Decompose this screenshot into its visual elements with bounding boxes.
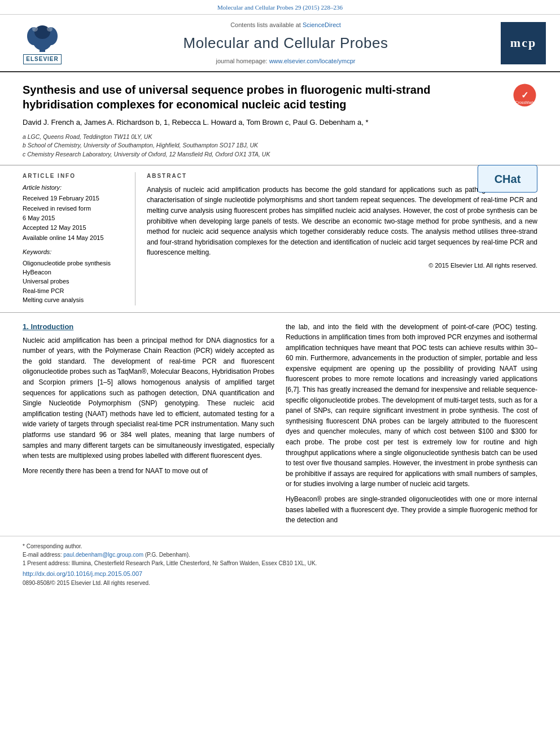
- affiliations: a LGC, Queens Road, Teddington TW11 0LY,…: [23, 133, 504, 159]
- elsevier-logo: ELSEVIER: [17, 20, 68, 65]
- mcp-logo-area: mcp: [498, 20, 549, 65]
- crossmark-area: ✓ CrossMark: [512, 82, 537, 111]
- elsevier-tree-icon: [23, 22, 62, 53]
- science-direct-notice: Contents lists available at ScienceDirec…: [230, 21, 341, 29]
- chat-button-label: CHat: [495, 171, 521, 187]
- keyword-5: Melting curve analysis: [23, 296, 126, 304]
- revised-date: 6 May 2015: [23, 214, 126, 222]
- article-title-section: Synthesis and use of universal sequence …: [0, 72, 560, 165]
- section-1-para-1: Nucleic acid amplification has been a pr…: [23, 335, 274, 461]
- article-title: Synthesis and use of universal sequence …: [23, 82, 504, 112]
- author-email-link[interactable]: paul.debenham@lgc.group.com: [63, 552, 143, 558]
- article-history: Article history: Received 19 February 20…: [23, 184, 126, 242]
- page: Molecular and Cellular Probes 29 (2015) …: [0, 0, 560, 747]
- keywords-title: Keywords:: [23, 248, 126, 256]
- email-note: E-mail address: paul.debenham@lgc.group.…: [23, 551, 537, 559]
- main-right-column: the lab, and into the field with the dev…: [286, 322, 537, 530]
- keywords-section: Keywords: Oligonucleotide probe synthesi…: [23, 248, 126, 304]
- history-label: Article history:: [23, 184, 126, 192]
- abstract-text: Analysis of nucleic acid amplification p…: [147, 185, 537, 258]
- accepted-date: Accepted 12 May 2015: [23, 224, 126, 232]
- section-1-para-2: More recently there has been a trend for…: [23, 466, 274, 477]
- available-online: Available online 14 May 2015: [23, 234, 126, 242]
- article-info-panel: ARTICLE INFO Article history: Received 1…: [23, 172, 135, 305]
- elsevier-label: ELSEVIER: [23, 54, 61, 64]
- article-info-abstract: ARTICLE INFO Article history: Received 1…: [0, 165, 560, 313]
- svg-point-6: [47, 26, 53, 32]
- authors-list: David J. French a, James A. Richardson b…: [23, 117, 504, 128]
- svg-text:CrossMark: CrossMark: [515, 101, 535, 104]
- journal-citation-bar: Molecular and Cellular Probes 29 (2015) …: [0, 0, 560, 15]
- section-1-right-para-2: HyBeacon® probes are single-stranded oli…: [286, 494, 537, 526]
- journal-citation: Molecular and Cellular Probes 29 (2015) …: [217, 4, 343, 11]
- main-content: 1. Introduction Nucleic acid amplificati…: [0, 313, 560, 530]
- article-info-title: ARTICLE INFO: [23, 172, 126, 180]
- affiliation-b: b School of Chemistry, University of Sou…: [23, 141, 504, 150]
- main-left-column: 1. Introduction Nucleic acid amplificati…: [23, 322, 274, 530]
- received-date: Received 19 February 2015: [23, 194, 126, 203]
- svg-point-5: [32, 26, 38, 32]
- journal-homepage-link[interactable]: www.elsevier.com/locate/ymcpr: [269, 58, 356, 64]
- keyword-1: Oligonucleotide probe synthesis: [23, 259, 126, 268]
- elsevier-logo-area: ELSEVIER: [11, 20, 73, 65]
- keyword-2: HyBeacon: [23, 268, 126, 277]
- affiliation-c: c Chemistry Research Laboratory, Univers…: [23, 150, 504, 159]
- science-direct-link[interactable]: ScienceDirect: [303, 21, 341, 28]
- svg-text:✓: ✓: [521, 90, 528, 100]
- mcp-logo: mcp: [501, 22, 546, 64]
- crossmark-icon: ✓ CrossMark: [512, 82, 537, 108]
- affiliation-a: a LGC, Queens Road, Teddington TW11 0LY,…: [23, 133, 504, 142]
- doi-link[interactable]: http://dx.doi.org/10.1016/j.mcp.2015.05.…: [23, 570, 537, 578]
- section-1-right-para-1: the lab, and into the field with the dev…: [286, 322, 537, 490]
- abstract-copyright: © 2015 Elsevier Ltd. All rights reserved…: [147, 261, 537, 270]
- article-title-area: Synthesis and use of universal sequence …: [23, 82, 504, 159]
- chat-button[interactable]: CHat: [478, 165, 537, 193]
- journal-header: ELSEVIER Contents lists available at Sci…: [0, 15, 560, 72]
- corresponding-author-note: * Corresponding author.: [23, 542, 537, 551]
- section-1-heading: 1. Introduction: [23, 322, 274, 332]
- journal-title: Molecular and Cellular Probes: [183, 33, 388, 53]
- received-revised-label: Received in revised form: [23, 204, 126, 213]
- keyword-3: Universal probes: [23, 277, 126, 286]
- issn-line: 0890-8508/© 2015 Elsevier Ltd. All right…: [23, 579, 537, 587]
- footer: * Corresponding author. E-mail address: …: [0, 536, 560, 591]
- footnote-1: 1 Present address: Illumina, Chesterfiel…: [23, 559, 537, 567]
- journal-title-area: Contents lists available at ScienceDirec…: [79, 20, 492, 65]
- keyword-4: Real-time PCR: [23, 287, 126, 295]
- journal-homepage: journal homepage: www.elsevier.com/locat…: [216, 57, 355, 65]
